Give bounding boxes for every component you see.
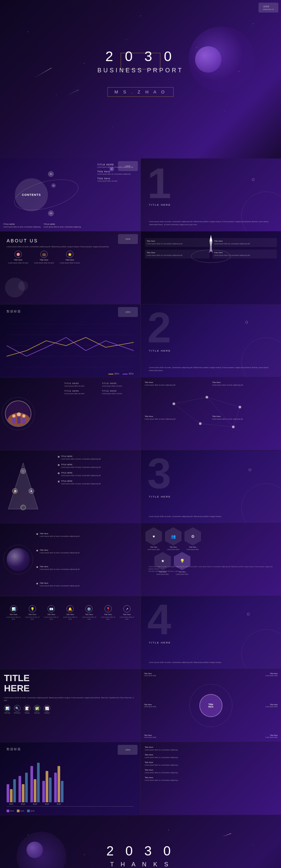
about-item-1: 🎯 Title Here Lorem ipsum dolor sit amet	[7, 251, 30, 264]
ib-title-7: Title Here	[123, 614, 131, 615]
about-text: Lorem ipsum dolor sit amet, consectetur …	[7, 245, 134, 248]
ci-title-tl: Title Here	[144, 673, 177, 675]
ti-3-text: Lorem ipsum dolor sit, consectetur adipi…	[144, 764, 277, 766]
hex-1-text: Lorem ipsum dolor	[145, 549, 163, 551]
thanks-subtitle: T H A N K S	[110, 861, 171, 868]
tri-item-4-title: TITLE HERE	[61, 480, 101, 482]
ib-title-1: Title Here	[9, 614, 18, 615]
hex-2-title: Title Here	[170, 546, 177, 548]
net-item-3-title: Title Here	[145, 415, 209, 417]
orbit-item-3-content: Title Here Lorem ipsum dolor sit amet, c…	[40, 565, 79, 570]
bar-group-5: 数据5	[54, 766, 63, 805]
about-item-3-title: Title Here	[65, 259, 74, 261]
about-item-3: ⭐ Title Here Lorem ipsum dolor sit amet	[58, 251, 81, 264]
slide-bar-chart: 演界网 数据标题 数据1 数据2	[0, 742, 140, 815]
svg-point-32	[232, 426, 234, 428]
big-title: TITLEHERE	[4, 673, 137, 694]
ti-2: Title Here Lorem ipsum dolor sit, consec…	[144, 754, 277, 759]
slide-title-big: TITLEHERE Lorem ipsum dolor sit amet, co…	[0, 669, 140, 742]
orbit-item-4: Title Here Lorem ipsum dolor sit amet, c…	[36, 582, 137, 587]
planet-main	[195, 46, 222, 73]
content-item-3-title: Title here	[97, 177, 137, 180]
cover-subtitle: BUSINESS PRPORT	[97, 67, 184, 74]
orbit-item-3: Title Here Lorem ipsum dolor sit amet, c…	[36, 565, 137, 570]
orbit-1: 01	[48, 171, 54, 177]
number-4-title: TITLE HERE	[149, 641, 171, 644]
bar-g1-2	[10, 789, 12, 802]
watermark-10: 演界网	[118, 745, 138, 755]
hex-col-1: ♥ Title Here Lorem ipsum dolor	[145, 527, 163, 551]
bt-ico-5: 📈	[44, 705, 50, 712]
slide-row-10: 演界网 数据标题 数据1 数据2	[0, 742, 281, 815]
number-2-display: 2	[147, 306, 171, 349]
watermark-3: 演界网	[118, 234, 138, 244]
legend-color-1	[108, 374, 113, 374]
deco-dot-2	[245, 321, 248, 323]
bar-axis	[7, 806, 134, 807]
watermark-2: 演界网	[118, 161, 138, 171]
slide-row-5: TITLE HERE Lorem ipsum dolor sit amet TI…	[0, 377, 281, 451]
hex-1-title: Title Here	[150, 546, 157, 548]
bar-group-4: 数据4	[42, 771, 52, 805]
slide-row-4: 演界网 数据标题 数据1 数据2 —— 数据2 数据3 数据4	[0, 304, 281, 377]
bottom-item-1: TITLE HERE Lorem ipsum dolor sit amet, c…	[3, 223, 41, 228]
circ-item-r: Title Here Lorem ipsum dolor	[251, 704, 278, 708]
tri-item-3: TITLE HERE Lorem ipsum dolor sit amet, c…	[58, 472, 137, 477]
rocket-ring	[191, 250, 231, 263]
number-2-title: TITLE HERE	[149, 349, 171, 352]
bl-2: 系列2	[17, 810, 25, 812]
icon-badge-4: 🔔 Title Here Lorem ipsum dolor sit amet	[62, 605, 78, 620]
svg-point-31	[199, 422, 201, 425]
orbit-dot-3	[36, 566, 38, 568]
about-r-title-1: Title Here	[147, 240, 207, 242]
bar-g4-2	[46, 771, 48, 802]
tri-item-2-title: TITLE HERE	[61, 464, 101, 466]
hex-col-2: 👥 Title Here Lorem ipsum dolor	[164, 527, 182, 551]
slide-cover: 演界网 www.yan.cn 2 0 3 0 BUSINESS PRPORT M…	[0, 0, 281, 158]
bar-g2	[19, 773, 28, 802]
ti-1-title: Title Here	[144, 746, 277, 748]
orbit-item-2-content: Title Here Lorem ipsum dolor sit amet, c…	[40, 549, 79, 554]
about-r-text-1: Lorem ipsum dolor sit, consectetur adipi…	[147, 243, 207, 245]
bar-g2-2	[22, 784, 25, 802]
orbit-item-3-title: Title Here	[40, 565, 79, 567]
image-items: TITLE HERE Lorem ipsum dolor sit amet TI…	[64, 382, 137, 395]
ib-title-5: Title Here	[85, 614, 93, 615]
cover-author: M S . Z H A O	[107, 87, 173, 97]
number-4-text: Lorem ipsum dolor sit amet, consectetur …	[149, 661, 274, 664]
bar-g5	[54, 766, 63, 802]
slide-row-8: 📊 Title Here Lorem ipsum dolor sit amet …	[0, 596, 281, 669]
thank-planet	[26, 842, 43, 858]
ci-title-bl: Title Here	[144, 734, 177, 736]
net-item-3: Title Here Lorem ipsum dolor sit amet, a…	[145, 415, 209, 420]
about-item-2-title: Title Here	[40, 259, 48, 261]
bt-icon-5: 📈 Analyze	[44, 705, 50, 714]
about-item-2-text: Lorem ipsum dolor sit amet	[34, 262, 54, 264]
net-item-4-title: Title Here	[212, 415, 277, 417]
img-item-2: TITLE HERE Lorem ipsum dolor sit amet	[102, 382, 137, 387]
slide-row-7: Title Here Lorem ipsum dolor sit amet, c…	[0, 523, 281, 596]
ti-3: Title Here Lorem ipsum dolor sit, consec…	[144, 762, 277, 766]
hex-5-icon: 💡	[180, 559, 185, 563]
tri-item-4-text: Lorem ipsum dolor sit amet, consectetur …	[61, 483, 101, 485]
bar-legend: 系列1 系列2 系列3	[7, 810, 34, 812]
bottom-item-2: TITLE HERE Lorem ipsum dolor sit amet, c…	[44, 223, 81, 228]
contents-bottom-items: TITLE HERE Lorem ipsum dolor sit amet, c…	[3, 223, 81, 228]
slide-row-2: 演界网 CONTENTS 01 02 03 04 TITLE HERE Lore…	[0, 158, 281, 231]
ti-4: Title Here Lorem ipsum dolor sit, consec…	[144, 769, 277, 774]
bar-g2-1	[19, 776, 21, 802]
orbit-item-2: Title Here Lorem ipsum dolor sit amet, c…	[36, 549, 137, 554]
img-item-4-text: Lorem ipsum dolor sit amet	[102, 393, 137, 395]
icon-badge-6: 📍 Title Here Lorem ipsum dolor sit amet	[100, 605, 116, 620]
bt-icon-1: 📊 Planning	[4, 705, 10, 714]
legend-item-2: 系列2	[123, 372, 134, 375]
number-1-title: TITLE HERE	[149, 204, 171, 206]
bt-ico-2: 🔍	[14, 705, 21, 712]
ib-icon-1: 📊	[10, 605, 17, 613]
hex-5-text: Lorem ipsum dolor	[173, 574, 191, 576]
net-item-4: Title Here Lorem ipsum dolor sit amet, a…	[212, 415, 277, 420]
slide-row-6: ⬡ 🏠 ★ ⬛ TITLE HERE Lorem ipsum dolor sit…	[0, 451, 281, 523]
slide-text-items-right: Title Here Lorem ipsum dolor sit, consec…	[140, 742, 281, 815]
about-icon-2: 💼	[40, 251, 48, 258]
bar-g4	[42, 771, 52, 802]
